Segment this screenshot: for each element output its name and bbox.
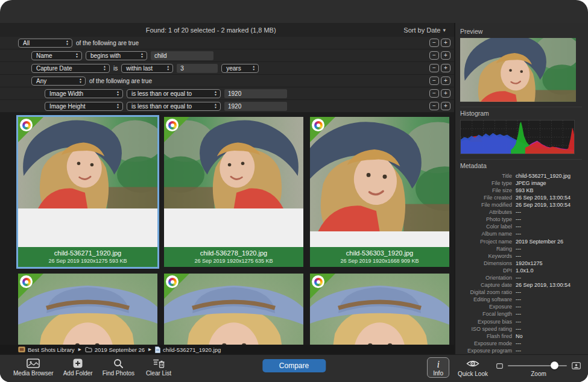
operator-select[interactable]: begins with	[86, 51, 147, 60]
photo-thumbnail[interactable]	[164, 274, 303, 345]
clear-list-button[interactable]: Clear List	[144, 358, 173, 377]
add-rule-button[interactable]: +	[441, 77, 450, 85]
remove-rule-button[interactable]: −	[429, 102, 439, 110]
operator-select-value: is less than or equal to	[131, 90, 192, 97]
remove-rule-button[interactable]: −	[429, 77, 439, 85]
remove-rule-button[interactable]: −	[429, 89, 439, 98]
zoom-slider[interactable]	[508, 365, 567, 366]
height-value-input[interactable]	[224, 102, 287, 111]
add-rule-button[interactable]: +	[441, 89, 450, 98]
metadata-row: Attributes ---	[460, 208, 582, 216]
metadata-row: Keywords ---	[460, 252, 582, 260]
metadata-value: ---	[516, 245, 521, 252]
large-image-icon	[572, 362, 581, 369]
match-select-value: Any	[36, 78, 46, 84]
criteria-row-capture-date: Capture Date is within last years −	[0, 62, 454, 75]
stepper-arrows-icon	[77, 78, 84, 84]
metadata-row: ISO speed rating ---	[460, 325, 582, 333]
tool-label: Quick Look	[458, 371, 488, 377]
stepper-arrows-icon	[212, 103, 219, 109]
metadata-label: Focal length	[460, 310, 512, 318]
field-select-value: Image Height	[49, 103, 85, 110]
remove-rule-button[interactable]: −	[429, 39, 439, 47]
operator-select-value: begins with	[90, 52, 121, 59]
search-criteria: All of the following are true − + Name	[0, 37, 454, 113]
width-value-input[interactable]	[224, 89, 287, 98]
operator-select[interactable]: is less than or equal to	[127, 102, 221, 111]
metadata-value: ---	[516, 208, 521, 216]
stepper-arrows-icon	[250, 65, 257, 71]
metadata-row: Project name 2019 September 26	[460, 238, 582, 245]
match-select[interactable]: All	[18, 39, 72, 48]
add-rule-button[interactable]: +	[441, 102, 450, 110]
photo-thumbnail[interactable]: child-536278_1920.jpg 26 Sep 2019 1920x1…	[164, 117, 303, 267]
tool-label: Info	[433, 370, 443, 377]
metadata-label: File type	[460, 180, 512, 187]
sort-by-date-dropdown[interactable]: Sort by Date	[403, 27, 446, 34]
photo-thumbnail[interactable]	[310, 274, 449, 345]
name-value-input[interactable]	[151, 51, 213, 60]
metadata-label: Project name	[460, 238, 512, 245]
add-rule-button[interactable]: +	[441, 64, 450, 72]
add-folder-icon	[73, 358, 83, 368]
metadata-label: Album name	[460, 230, 512, 237]
breadcrumb: Best Shots Library ▶ 2019 September 26 ▶…	[0, 345, 454, 354]
search-icon	[113, 358, 123, 368]
metadata-row: Title child-536271_1920.jpg	[460, 172, 582, 180]
metadata-label: DPI	[460, 267, 512, 274]
metadata-label: Dimensions	[460, 260, 512, 267]
metadata-title: Metadata	[460, 162, 582, 169]
metadata-label: Editing software	[460, 296, 512, 303]
operator-select[interactable]: is less than or equal to	[127, 89, 221, 98]
library-icon	[18, 346, 25, 352]
field-select[interactable]: Image Width	[45, 89, 123, 98]
metadata-row: Flash fired No	[460, 333, 582, 340]
unit-select[interactable]: years	[221, 64, 259, 73]
operator-select-value: is less than or equal to	[131, 103, 192, 110]
metadata-label: Orientation	[460, 274, 512, 281]
operator-select[interactable]: within last	[121, 64, 173, 73]
info-button[interactable]: i Info	[427, 357, 449, 378]
remove-rule-button[interactable]: −	[429, 51, 439, 60]
photo-thumbnail[interactable]: child-536271_1920.jpg 26 Sep 2019 1920x1…	[18, 117, 157, 267]
date-count-input[interactable]	[177, 64, 218, 73]
metadata-label: ISO speed rating	[460, 325, 512, 333]
metadata-row: Dimensions 1920x1275	[460, 260, 582, 267]
quick-look-button[interactable]: Quick Look	[458, 357, 488, 377]
add-rule-button[interactable]: +	[441, 39, 450, 47]
breadcrumb-project[interactable]: 2019 September 26	[85, 346, 145, 353]
add-rule-button[interactable]: +	[441, 51, 450, 60]
remove-rule-button[interactable]: −	[429, 64, 439, 72]
add-folder-button[interactable]: Add Folder	[63, 358, 93, 377]
metadata-row: Rating ---	[460, 245, 582, 252]
metadata-value: child-536271_1920.jpg	[516, 172, 571, 180]
histogram-section: Histogram	[460, 107, 582, 154]
metadata-value: ---	[516, 252, 521, 260]
photo-thumbnail[interactable]	[18, 274, 157, 345]
marked-badge-icon	[164, 117, 191, 143]
zoom-slider-knob[interactable]	[551, 362, 558, 369]
thumbnail-filename: child-536278_1920.jpg	[164, 249, 303, 257]
tool-label: Zoom	[531, 371, 546, 377]
find-photos-button[interactable]: Find Photos	[103, 358, 134, 377]
metadata-label: Photo type	[460, 216, 512, 223]
field-select[interactable]: Image Height	[45, 102, 123, 111]
stepper-arrows-icon	[115, 103, 121, 109]
media-browser-button[interactable]: Media Browser	[13, 358, 54, 377]
compare-button[interactable]: Compare	[262, 359, 326, 372]
zoom-control: Zoom	[496, 357, 581, 377]
clear-list-icon	[153, 358, 165, 368]
criteria-row-name: Name begins with − +	[0, 49, 454, 62]
metadata-value: ---	[516, 223, 521, 230]
metadata-row: Orientation ---	[460, 274, 582, 281]
photo-thumbnail[interactable]: child-536303_1920.jpg 26 Sep 2019 1920x1…	[310, 117, 449, 267]
breadcrumb-file[interactable]: child-536271_1920.jpg	[155, 346, 221, 353]
metadata-row: Exposure bias ---	[460, 318, 582, 325]
metadata-value: ---	[516, 274, 521, 281]
breadcrumb-library[interactable]: Best Shots Library	[18, 346, 75, 353]
match-select[interactable]: Any	[31, 77, 86, 86]
metadata-row: Album name ---	[460, 230, 582, 237]
criteria-row-image-width: Image Width is less than or equal to − +	[0, 87, 454, 100]
field-select[interactable]: Capture Date	[31, 64, 110, 73]
field-select[interactable]: Name	[31, 51, 82, 60]
